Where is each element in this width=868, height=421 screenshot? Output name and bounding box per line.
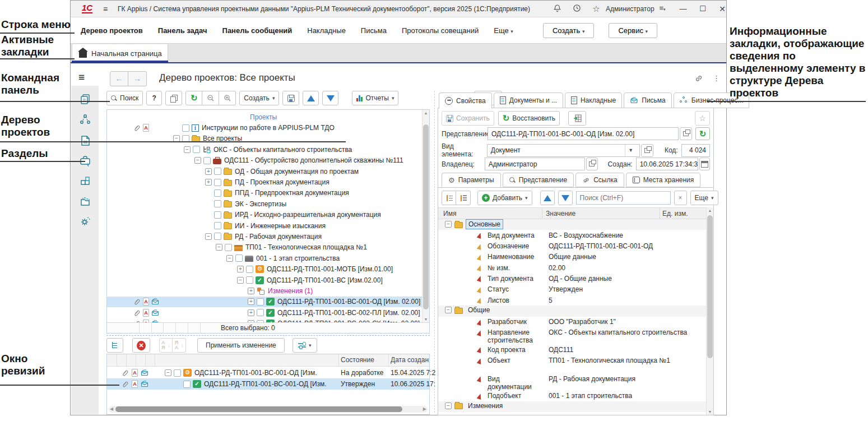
sections-menu-icon[interactable]: ≡ (78, 72, 91, 83)
notifications-bell-icon[interactable] (551, 4, 563, 14)
param-row[interactable]: Разработчик ООО "Разработчик 1" (438, 317, 706, 327)
param-value[interactable]: 5 (544, 295, 695, 304)
expand-toggle[interactable]: + (205, 179, 212, 186)
main-menu-icon[interactable]: ≡ (103, 5, 112, 13)
collapse-toggle[interactable]: − (237, 277, 244, 284)
favorites-star-icon[interactable]: ☆ (591, 4, 602, 14)
tree-row[interactable]: − ОКС - Объекты капитального строительст… (107, 144, 422, 155)
row-checkbox[interactable] (214, 233, 221, 240)
param-row[interactable]: Листов 5 (438, 295, 706, 306)
tree-node-label[interactable]: ИИ - Инженерные изыскания (235, 222, 326, 230)
tree-row[interactable]: A i Инструкции по работе в APPIUS-PLM ТД… (107, 122, 422, 133)
row-checkbox[interactable] (214, 179, 221, 186)
move-down-button[interactable] (322, 91, 338, 105)
collapse-toggle[interactable]: − (194, 157, 201, 164)
collapse-groups-button[interactable] (442, 191, 456, 205)
param-tab-2[interactable]: Ссылка (575, 173, 624, 187)
tree-node-label[interactable]: Изменения (1) (268, 287, 313, 295)
param-value[interactable]: 001 - 1 этап строительства (544, 391, 695, 400)
menu-item[interactable]: Дерево проектов (81, 26, 143, 35)
menu-item[interactable]: Протоколы совещаний (402, 26, 479, 35)
scroll-down-icon[interactable]: ▼ (707, 410, 713, 414)
revision-hscrollbar[interactable]: ◀ ▶ (109, 406, 428, 413)
minimize-button[interactable]: — (676, 3, 690, 15)
modules-section-icon[interactable] (78, 174, 92, 188)
expand-toggle[interactable]: + (205, 168, 212, 175)
param-value[interactable]: ОД - Общие данные (544, 273, 695, 283)
clear-search-button[interactable]: × (674, 191, 687, 205)
group-name[interactable]: Основные (466, 219, 503, 229)
param-value[interactable]: ОДС111-РД-ТП01-001-ВС-001-ОД (544, 241, 695, 251)
history-icon[interactable] (571, 4, 582, 14)
tree-root-label[interactable]: Проекты (250, 113, 277, 121)
param-row[interactable]: Код проекта ОДС111 (438, 344, 706, 355)
param-row[interactable]: Тип документа ОД - Общие данные (438, 273, 706, 284)
scrollbar-thumb[interactable] (423, 124, 429, 309)
back-button[interactable]: ← (110, 71, 128, 86)
hscrollbar-thumb[interactable] (115, 406, 402, 412)
scroll-right-icon[interactable]: ▶ (423, 406, 426, 413)
expand-node-button[interactable] (219, 91, 236, 105)
owner-field[interactable]: Администратор (485, 158, 585, 170)
settings-section-icon[interactable] (78, 215, 92, 228)
collapse-toggle[interactable]: − (226, 255, 233, 262)
vertical-splitter[interactable] (434, 91, 435, 413)
tree-node-label[interactable]: ОДС111 - Обустройство дополнительной скв… (224, 156, 403, 164)
move-up-button[interactable] (303, 91, 319, 105)
revision-row[interactable]: A ✓ ОДС111-РД-ТП01-001-ВС-001-ОД [Изм. 0… (107, 378, 429, 390)
tree-row[interactable]: − ТП01 - Технологическая площадка №1 (107, 242, 422, 253)
more-menu-dots-icon[interactable]: ⋮ (713, 74, 720, 82)
collapse-toggle[interactable]: − (165, 369, 171, 376)
param-tab-1[interactable]: Представление (503, 173, 574, 187)
param-search-input[interactable] (576, 191, 671, 205)
expand-toggle[interactable]: + (248, 298, 254, 305)
tree-node-label[interactable]: РД - Рабочая документация (235, 233, 322, 240)
tree-row[interactable]: + ОД - Общая документация по проектам (107, 166, 422, 177)
tree-row[interactable]: ИРД - Исходно-разрешительная документаци… (107, 210, 422, 220)
tree-row[interactable]: A +✓ ОДС111-РД-ТП01-001-ВС-002-ПЛ [Изм. … (107, 307, 422, 318)
get-link-icon[interactable] (694, 74, 703, 85)
tree-root-row[interactable]: Проекты (107, 112, 422, 122)
param-value[interactable]: Утвержден (544, 284, 695, 294)
param-group-row[interactable]: − Основные (438, 219, 706, 230)
service-menu-button[interactable]: Сервис ▾ (609, 23, 657, 38)
param-tab-3[interactable]: Места хранения (626, 173, 701, 187)
apply-change-button[interactable]: Применить изменение (197, 338, 285, 353)
open-owner-button[interactable] (586, 158, 598, 170)
open-kind-button[interactable] (641, 144, 653, 157)
maximize-button[interactable]: ☐ (695, 3, 710, 15)
collapse-toggle[interactable]: − (205, 233, 212, 240)
export-table-button[interactable] (568, 111, 586, 126)
collapse-toggle[interactable]: − (445, 403, 452, 409)
tree-node-label[interactable]: ОДС111-РД-ТП01-001-ВС-002-ПЛ [Изм. 02.00… (277, 309, 420, 317)
revision-settings-button[interactable]: ▾ (293, 338, 317, 353)
tree-node-label[interactable]: Инструкции по работе в APPIUS-PLM ТДО (202, 124, 335, 132)
expand-toggle[interactable]: + (248, 288, 254, 294)
menu-item[interactable]: Панель задач (158, 26, 207, 35)
row-checkbox[interactable] (214, 222, 221, 229)
horizontal-splitter[interactable] (106, 335, 430, 336)
tree-row[interactable]: −✓ ОДС111-РД-ТП01-001-ВС [Изм.02.00] (107, 275, 422, 285)
tree-node-label[interactable]: ОКС - Объекты капитального строительства (213, 146, 352, 154)
info-tab-2[interactable]: Накладные (565, 92, 622, 108)
tree-node-label[interactable]: ЭК - Экспертизы (235, 200, 286, 208)
param-row[interactable]: Статус Утвержден (438, 284, 706, 295)
group-name[interactable]: Изменения (466, 401, 505, 410)
param-row[interactable]: Вид документации РД - Рабочая документац… (438, 373, 706, 391)
tree-row[interactable]: + ПД - Проектная документация (107, 177, 422, 187)
invoices-section-icon[interactable] (78, 134, 92, 147)
refresh-representation-button[interactable]: ↻ (695, 127, 710, 140)
expand-toggle[interactable]: + (237, 266, 244, 272)
param-value[interactable]: РД - Рабочая документация (544, 373, 695, 383)
row-checkbox[interactable] (246, 266, 253, 273)
scroll-up-icon[interactable]: ▲ (707, 209, 713, 212)
param-value[interactable]: ОКС - Объекты капитального строительства (544, 327, 695, 337)
info-tab-1[interactable]: Документы и ... (494, 92, 563, 108)
search-button[interactable]: Поиск (106, 91, 143, 105)
sort-desc-button[interactable]: ЯА↓ (173, 338, 186, 353)
business-process-section-icon[interactable] (78, 113, 92, 127)
tree-node-label[interactable]: ТП01 - Технологическая площадка №1 (245, 243, 367, 251)
param-tab-0[interactable]: ⚙Параметры (442, 173, 501, 187)
add-parameter-button[interactable]: +Добавить▾ (477, 191, 532, 205)
row-checkbox[interactable] (225, 244, 232, 251)
